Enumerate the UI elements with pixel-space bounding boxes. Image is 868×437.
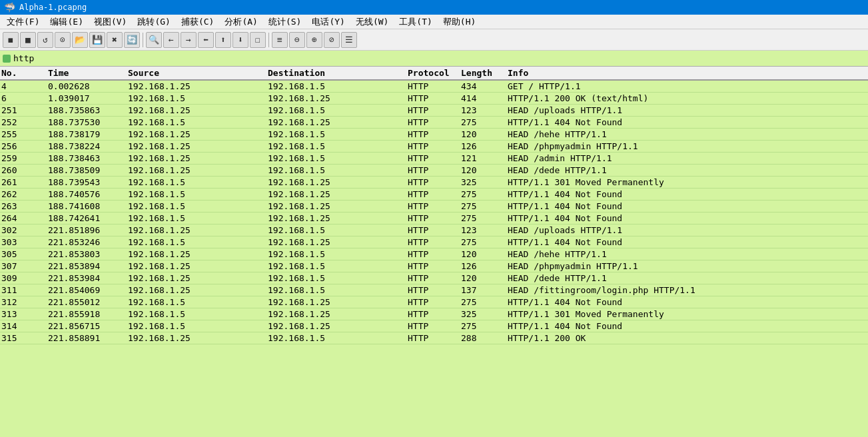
packet-list[interactable]: No. Time Source Destination Protocol Len…	[0, 67, 868, 437]
cell-no: 312	[0, 297, 47, 307]
cell-protocol: HTTP	[406, 177, 460, 187]
table-row[interactable]: 256188.738224192.168.1.25192.168.1.5HTTP…	[0, 141, 868, 153]
cell-destination: 192.168.1.5	[266, 81, 406, 91]
table-row[interactable]: 40.002628192.168.1.25192.168.1.5HTTP434G…	[0, 81, 868, 93]
cell-destination: 192.168.1.5	[266, 249, 406, 259]
header-protocol: Protocol	[406, 68, 460, 78]
table-row[interactable]: 315221.858891192.168.1.25192.168.1.5HTTP…	[0, 332, 868, 344]
cell-length: 126	[460, 261, 506, 271]
main-content: No. Time Source Destination Protocol Len…	[0, 67, 868, 437]
table-row[interactable]: 261188.739543192.168.1.5192.168.1.25HTTP…	[0, 177, 868, 189]
header-time: Time	[47, 68, 127, 78]
toolbar-button-14[interactable]: ☐	[250, 32, 266, 48]
table-row[interactable]: 255188.738179192.168.1.25192.168.1.5HTTP…	[0, 129, 868, 141]
cell-length: 123	[460, 105, 506, 115]
toolbar-button-18[interactable]: ⊘	[324, 32, 340, 48]
table-row[interactable]: 309221.853984192.168.1.25192.168.1.5HTTP…	[0, 272, 868, 284]
cell-info: HTTP/1.1 404 Not Found	[506, 201, 868, 211]
menu-item-跳转G[interactable]: 跳转(G)	[132, 15, 175, 29]
toolbar-button-15[interactable]: ≡	[272, 32, 288, 48]
table-row[interactable]: 263188.741608192.168.1.5192.168.1.25HTTP…	[0, 201, 868, 213]
table-row[interactable]: 252188.737530192.168.1.5192.168.1.25HTTP…	[0, 117, 868, 129]
cell-source: 192.168.1.25	[127, 261, 266, 271]
cell-time: 188.738224	[47, 141, 127, 151]
menu-item-分析A[interactable]: 分析(A)	[219, 15, 262, 29]
table-row[interactable]: 314221.856715192.168.1.5192.168.1.25HTTP…	[0, 320, 868, 332]
menu-item-编辑E[interactable]: 编辑(E)	[45, 15, 88, 29]
table-row[interactable]: 311221.854069192.168.1.25192.168.1.5HTTP…	[0, 284, 868, 296]
cell-source: 192.168.1.5	[127, 237, 266, 247]
table-row[interactable]: 303221.853246192.168.1.5192.168.1.25HTTP…	[0, 236, 868, 248]
cell-no: 302	[0, 225, 47, 235]
menu-item-文件F[interactable]: 文件(F)	[1, 15, 45, 29]
table-row[interactable]: 307221.853894192.168.1.25192.168.1.5HTTP…	[0, 260, 868, 272]
cell-source: 192.168.1.25	[127, 165, 266, 175]
cell-time: 0.002628	[47, 81, 127, 91]
menu-item-捕获C[interactable]: 捕获(C)	[176, 15, 219, 29]
cell-no: 260	[0, 165, 47, 175]
table-row[interactable]: 260188.738509192.168.1.25192.168.1.5HTTP…	[0, 165, 868, 177]
cell-destination: 192.168.1.25	[266, 213, 406, 223]
cell-protocol: HTTP	[406, 93, 460, 103]
cell-protocol: HTTP	[406, 297, 460, 307]
cell-length: 275	[460, 189, 506, 199]
cell-destination: 192.168.1.5	[266, 261, 406, 271]
cell-protocol: HTTP	[406, 165, 460, 175]
window-title: Alpha-1.pcapng	[19, 3, 87, 12]
cell-length: 414	[460, 93, 506, 103]
filter-input[interactable]	[13, 53, 213, 63]
cell-no: 252	[0, 117, 47, 127]
toolbar-button-11[interactable]: ⬅	[198, 32, 214, 48]
filter-active-indicator	[3, 55, 11, 63]
cell-time: 221.853894	[47, 261, 127, 271]
menu-item-统计S[interactable]: 统计(S)	[263, 15, 306, 29]
cell-destination: 192.168.1.25	[266, 297, 406, 307]
table-row[interactable]: 264188.742641192.168.1.5192.168.1.25HTTP…	[0, 213, 868, 224]
toolbar-button-1[interactable]: ■	[20, 32, 36, 48]
cell-no: 314	[0, 321, 47, 331]
toolbar-button-10[interactable]: →	[181, 32, 197, 48]
toolbar-button-16[interactable]: ⊖	[289, 32, 305, 48]
menu-item-帮助H[interactable]: 帮助(H)	[438, 15, 481, 29]
toolbar-button-7[interactable]: 🔄	[124, 32, 140, 48]
toolbar-button-0[interactable]: ◼	[3, 32, 19, 48]
cell-source: 192.168.1.25	[127, 105, 266, 115]
toolbar-button-3[interactable]: ⊙	[55, 32, 71, 48]
cell-source: 192.168.1.5	[127, 177, 266, 187]
table-row[interactable]: 302221.851896192.168.1.25192.168.1.5HTTP…	[0, 224, 868, 236]
table-row[interactable]: 305221.853803192.168.1.25192.168.1.5HTTP…	[0, 248, 868, 260]
table-row[interactable]: 61.039017192.168.1.5192.168.1.25HTTP414H…	[0, 93, 868, 105]
cell-destination: 192.168.1.25	[266, 93, 406, 103]
toolbar-button-6[interactable]: ✖	[107, 32, 123, 48]
table-row[interactable]: 262188.740576192.168.1.5192.168.1.25HTTP…	[0, 189, 868, 201]
cell-length: 275	[460, 201, 506, 211]
cell-source: 192.168.1.25	[127, 141, 266, 151]
filter-bar[interactable]	[0, 51, 868, 67]
toolbar-button-8[interactable]: 🔍	[146, 32, 162, 48]
table-row[interactable]: 251188.735863192.168.1.25192.168.1.5HTTP…	[0, 105, 868, 117]
table-row[interactable]: 313221.855918192.168.1.5192.168.1.25HTTP…	[0, 308, 868, 320]
cell-source: 192.168.1.25	[127, 273, 266, 283]
toolbar-button-4[interactable]: 📂	[72, 32, 88, 48]
toolbar-button-13[interactable]: ⬇	[232, 32, 248, 48]
toolbar-button-19[interactable]: ☰	[341, 32, 357, 48]
cell-time: 1.039017	[47, 93, 127, 103]
menu-item-电话Y[interactable]: 电话(Y)	[306, 15, 350, 29]
cell-time: 221.855012	[47, 297, 127, 307]
toolbar-button-12[interactable]: ⬆	[215, 32, 231, 48]
toolbar-button-2[interactable]: ↺	[37, 32, 53, 48]
cell-no: 313	[0, 309, 47, 319]
toolbar-button-9[interactable]: ←	[163, 32, 179, 48]
cell-protocol: HTTP	[406, 129, 460, 139]
cell-protocol: HTTP	[406, 237, 460, 247]
menu-item-视图V[interactable]: 视图(V)	[89, 15, 132, 29]
cell-destination: 192.168.1.25	[266, 201, 406, 211]
table-row[interactable]: 259188.738463192.168.1.25192.168.1.5HTTP…	[0, 153, 868, 165]
toolbar-button-17[interactable]: ⊕	[306, 32, 322, 48]
toolbar-button-5[interactable]: 💾	[89, 32, 105, 48]
cell-length: 288	[460, 333, 506, 343]
cell-source: 192.168.1.25	[127, 81, 266, 91]
table-row[interactable]: 312221.855012192.168.1.5192.168.1.25HTTP…	[0, 296, 868, 308]
menu-item-工具T[interactable]: 工具(T)	[394, 15, 437, 29]
menu-item-无线W[interactable]: 无线(W)	[350, 15, 394, 29]
